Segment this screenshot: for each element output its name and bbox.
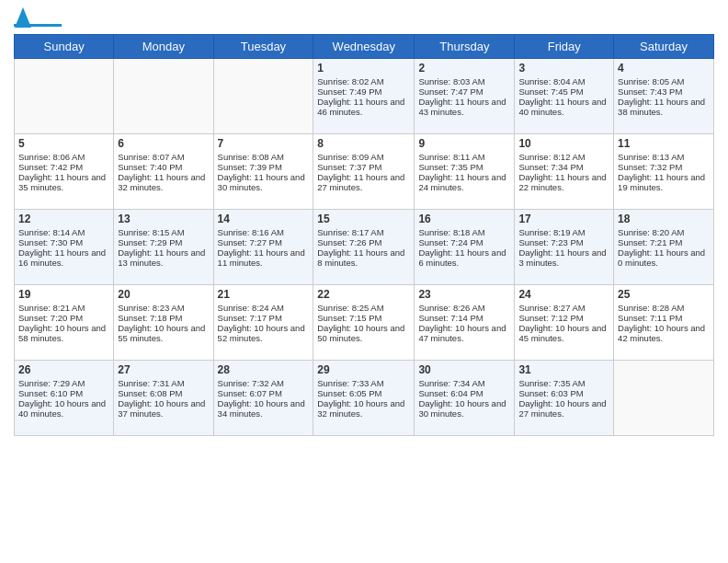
day-info: Daylight: 10 hours and 52 minutes. bbox=[218, 323, 310, 343]
day-number: 13 bbox=[118, 213, 209, 225]
day-info: Daylight: 11 hours and 38 minutes. bbox=[618, 97, 710, 117]
day-info: Sunrise: 8:06 AM bbox=[18, 152, 109, 162]
day-info: Sunrise: 8:24 AM bbox=[218, 303, 310, 313]
day-info: Sunrise: 8:15 AM bbox=[118, 227, 209, 237]
calendar-cell: 7Sunrise: 8:08 AMSunset: 7:39 PMDaylight… bbox=[213, 134, 313, 210]
calendar-week-row: 12Sunrise: 8:14 AMSunset: 7:30 PMDayligh… bbox=[15, 210, 714, 285]
day-info: Daylight: 11 hours and 16 minutes. bbox=[18, 247, 109, 268]
day-number: 6 bbox=[118, 137, 209, 150]
day-number: 10 bbox=[518, 137, 609, 150]
weekday-header-monday: Monday bbox=[114, 35, 213, 59]
calendar-cell: 9Sunrise: 8:11 AMSunset: 7:35 PMDaylight… bbox=[415, 134, 515, 210]
day-number: 26 bbox=[18, 363, 109, 376]
weekday-header-wednesday: Wednesday bbox=[313, 35, 415, 59]
calendar-cell: 12Sunrise: 8:14 AMSunset: 7:30 PMDayligh… bbox=[15, 210, 114, 285]
day-number: 23 bbox=[418, 288, 510, 301]
day-info: Sunset: 7:30 PM bbox=[18, 237, 109, 247]
day-info: Daylight: 10 hours and 55 minutes. bbox=[118, 323, 209, 343]
day-info: Sunrise: 7:35 AM bbox=[518, 378, 609, 388]
day-info: Sunrise: 8:04 AM bbox=[518, 76, 609, 86]
day-number: 21 bbox=[218, 288, 310, 301]
day-info: Sunrise: 8:11 AM bbox=[418, 152, 510, 162]
day-info: Sunrise: 8:23 AM bbox=[118, 303, 209, 313]
day-info: Daylight: 10 hours and 50 minutes. bbox=[317, 323, 410, 343]
day-info: Sunset: 7:32 PM bbox=[618, 162, 710, 172]
day-info: Sunset: 7:23 PM bbox=[518, 237, 609, 247]
day-info: Daylight: 11 hours and 32 minutes. bbox=[118, 172, 209, 192]
day-info: Sunrise: 8:12 AM bbox=[518, 152, 609, 162]
calendar-cell bbox=[15, 59, 114, 134]
day-info: Sunrise: 8:16 AM bbox=[218, 227, 310, 237]
day-number: 14 bbox=[218, 213, 310, 225]
day-info: Sunset: 7:24 PM bbox=[418, 237, 510, 247]
weekday-header-row: SundayMondayTuesdayWednesdayThursdayFrid… bbox=[15, 35, 714, 59]
calendar-cell: 16Sunrise: 8:18 AMSunset: 7:24 PMDayligh… bbox=[415, 210, 515, 285]
calendar-cell: 30Sunrise: 7:34 AMSunset: 6:04 PMDayligh… bbox=[415, 361, 515, 436]
day-number: 19 bbox=[18, 288, 109, 301]
weekday-header-tuesday: Tuesday bbox=[213, 35, 313, 59]
day-info: Sunset: 6:10 PM bbox=[18, 388, 109, 398]
calendar-cell: 23Sunrise: 8:26 AMSunset: 7:14 PMDayligh… bbox=[415, 285, 515, 361]
calendar-cell: 1Sunrise: 8:02 AMSunset: 7:49 PMDaylight… bbox=[313, 59, 415, 134]
day-info: Daylight: 10 hours and 34 minutes. bbox=[218, 398, 310, 419]
day-info: Sunrise: 8:08 AM bbox=[218, 152, 310, 162]
day-info: Sunrise: 8:02 AM bbox=[317, 76, 410, 86]
day-info: Sunset: 6:08 PM bbox=[118, 388, 209, 398]
calendar-cell bbox=[213, 59, 313, 134]
day-number: 18 bbox=[618, 213, 710, 225]
day-info: Sunset: 7:26 PM bbox=[317, 237, 410, 247]
day-info: Sunrise: 8:20 AM bbox=[618, 227, 710, 237]
page: SundayMondayTuesdayWednesdayThursdayFrid… bbox=[0, 0, 728, 563]
day-info: Sunset: 6:04 PM bbox=[418, 388, 510, 398]
day-info: Daylight: 10 hours and 37 minutes. bbox=[118, 398, 209, 419]
day-info: Daylight: 11 hours and 35 minutes. bbox=[18, 172, 109, 192]
calendar-cell: 10Sunrise: 8:12 AMSunset: 7:34 PMDayligh… bbox=[515, 134, 614, 210]
day-info: Sunrise: 8:05 AM bbox=[618, 76, 710, 86]
day-info: Daylight: 10 hours and 32 minutes. bbox=[317, 398, 410, 419]
day-info: Sunrise: 8:13 AM bbox=[618, 152, 710, 162]
weekday-header-friday: Friday bbox=[515, 35, 614, 59]
day-number: 22 bbox=[317, 288, 410, 301]
day-info: Sunrise: 7:34 AM bbox=[418, 378, 510, 388]
day-info: Daylight: 11 hours and 11 minutes. bbox=[218, 247, 310, 268]
day-number: 28 bbox=[218, 363, 310, 376]
calendar-cell: 13Sunrise: 8:15 AMSunset: 7:29 PMDayligh… bbox=[114, 210, 213, 285]
day-info: Sunrise: 8:03 AM bbox=[418, 76, 510, 86]
calendar-cell: 25Sunrise: 8:28 AMSunset: 7:11 PMDayligh… bbox=[614, 285, 714, 361]
day-info: Daylight: 10 hours and 30 minutes. bbox=[418, 398, 510, 419]
day-info: Sunset: 7:18 PM bbox=[118, 313, 209, 323]
header bbox=[14, 9, 714, 27]
day-info: Sunset: 7:42 PM bbox=[18, 162, 109, 172]
weekday-header-saturday: Saturday bbox=[614, 35, 714, 59]
calendar-cell: 5Sunrise: 8:06 AMSunset: 7:42 PMDaylight… bbox=[15, 134, 114, 210]
day-number: 16 bbox=[418, 213, 510, 225]
day-info: Sunset: 7:34 PM bbox=[518, 162, 609, 172]
day-info: Sunset: 7:39 PM bbox=[218, 162, 310, 172]
day-info: Sunrise: 8:26 AM bbox=[418, 303, 510, 313]
day-info: Sunset: 7:45 PM bbox=[518, 86, 609, 97]
day-number: 24 bbox=[518, 288, 609, 301]
calendar-week-row: 1Sunrise: 8:02 AMSunset: 7:49 PMDaylight… bbox=[15, 59, 714, 134]
day-info: Sunset: 7:21 PM bbox=[618, 237, 710, 247]
calendar-cell bbox=[614, 361, 714, 436]
calendar-cell: 2Sunrise: 8:03 AMSunset: 7:47 PMDaylight… bbox=[415, 59, 515, 134]
day-info: Daylight: 10 hours and 45 minutes. bbox=[518, 323, 609, 343]
calendar-cell: 14Sunrise: 8:16 AMSunset: 7:27 PMDayligh… bbox=[213, 210, 313, 285]
calendar-week-row: 5Sunrise: 8:06 AMSunset: 7:42 PMDaylight… bbox=[15, 134, 714, 210]
calendar-cell: 18Sunrise: 8:20 AMSunset: 7:21 PMDayligh… bbox=[614, 210, 714, 285]
calendar-week-row: 19Sunrise: 8:21 AMSunset: 7:20 PMDayligh… bbox=[15, 285, 714, 361]
calendar-cell: 6Sunrise: 8:07 AMSunset: 7:40 PMDaylight… bbox=[114, 134, 213, 210]
day-info: Sunrise: 8:07 AM bbox=[118, 152, 209, 162]
day-info: Sunset: 7:27 PM bbox=[218, 237, 310, 247]
day-info: Sunset: 7:40 PM bbox=[118, 162, 209, 172]
day-info: Sunrise: 8:17 AM bbox=[317, 227, 410, 237]
day-number: 7 bbox=[218, 137, 310, 150]
day-info: Sunset: 7:20 PM bbox=[18, 313, 109, 323]
calendar-cell: 20Sunrise: 8:23 AMSunset: 7:18 PMDayligh… bbox=[114, 285, 213, 361]
day-info: Sunrise: 8:19 AM bbox=[518, 227, 609, 237]
day-info: Sunrise: 8:18 AM bbox=[418, 227, 510, 237]
day-info: Sunset: 6:07 PM bbox=[218, 388, 310, 398]
day-number: 9 bbox=[418, 137, 510, 150]
calendar-cell: 17Sunrise: 8:19 AMSunset: 7:23 PMDayligh… bbox=[515, 210, 614, 285]
day-number: 30 bbox=[418, 363, 510, 376]
